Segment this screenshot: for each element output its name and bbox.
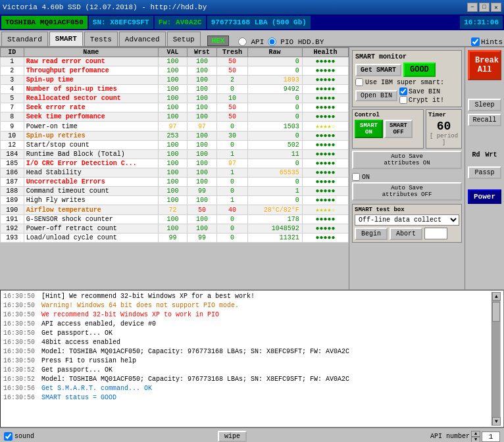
cell-health: ●●●●● <box>302 196 348 205</box>
cell-health: ●●●●● <box>302 168 348 178</box>
cell-tresh: 50 <box>216 112 247 122</box>
cell-id: 2 <box>1 66 24 76</box>
table-row[interactable]: 189 High Fly writes 100 100 1 0 ●●●●● <box>1 196 349 205</box>
begin-button[interactable]: Begin <box>355 228 388 240</box>
cell-raw: 1503 <box>248 122 303 132</box>
cell-val: 72 <box>158 205 188 215</box>
autosave-off-button[interactable]: Auto Saveattributes OFF <box>352 182 462 201</box>
tab-advanced[interactable]: Advanced <box>119 32 166 46</box>
wipe-button[interactable]: wipe <box>218 431 247 442</box>
cell-id: 1 <box>1 57 24 66</box>
test-dropdown[interactable]: Off-line data collect <box>355 214 459 226</box>
smart-on-button[interactable]: SMARTON <box>355 120 383 138</box>
sleep-button[interactable]: Sleep <box>468 99 501 111</box>
log-scroll-thumb[interactable] <box>492 302 500 322</box>
break-all-button[interactable]: BreakAll <box>468 50 501 80</box>
on-label: ON <box>362 174 370 181</box>
good-button[interactable]: GOOD <box>403 62 436 77</box>
lba-label: 976773168 LBA (500 Gb) <box>207 16 311 29</box>
smart-off-button[interactable]: SMARTOFF <box>384 120 413 138</box>
hex-button[interactable]: HEX <box>207 36 230 46</box>
table-row[interactable]: 193 Load/unload cycle count 99 99 0 1132… <box>1 233 349 243</box>
sound-label: sound <box>14 433 34 440</box>
tabbar: Standard SMART Tests Advanced Setup HEX … <box>0 30 504 47</box>
cell-tresh: 0 <box>216 122 247 132</box>
cell-raw: 28°C/82°F <box>248 205 303 215</box>
table-row[interactable]: 190 Airflow temperature 72 50 40 28°C/82… <box>1 205 349 215</box>
cell-val: 100 <box>158 112 188 122</box>
cell-health: ●●●●● <box>302 150 348 159</box>
cell-raw: 0 <box>248 178 303 187</box>
table-row[interactable]: 191 G-SENSOR shock counter 100 100 0 178… <box>1 215 349 224</box>
open-bin-button[interactable]: Open BIN <box>355 90 397 101</box>
cell-tresh: 0 <box>216 178 247 187</box>
log-time: 16:30:50 <box>3 347 38 356</box>
table-row[interactable]: 186 Head Stability 100 100 1 65535 ●●●●● <box>1 168 349 178</box>
table-row[interactable]: 188 Command timeout count 100 99 0 1 ●●●… <box>1 187 349 196</box>
save-bin-checkbox[interactable] <box>399 87 407 95</box>
cell-raw: 178 <box>248 215 303 224</box>
table-row[interactable]: 184 Runtime Bad Block (Total) 100 100 1 … <box>1 150 349 159</box>
cell-val: 100 <box>158 141 188 150</box>
hints-checkbox[interactable] <box>471 37 480 46</box>
control-timer-row: Control SMARTON SMARTOFF Timer 60 [ peri… <box>352 109 462 149</box>
log-scroll-track[interactable] <box>492 301 500 417</box>
cell-raw: 0 <box>248 112 303 122</box>
table-row[interactable]: 1 Raw read error count 100 100 50 0 ●●●●… <box>1 57 349 66</box>
minimize-button[interactable]: − <box>467 3 478 12</box>
cell-val: 100 <box>158 76 188 85</box>
hints-area: Hints <box>471 37 503 46</box>
col-header-name: Name <box>24 48 158 57</box>
table-row[interactable]: 5 Reallocated sector count 100 100 10 0 … <box>1 94 349 103</box>
table-scroll-wrapper[interactable]: ID Name VAL Wrst Tresh Raw Health 1 Raw … <box>0 47 349 289</box>
recall-button[interactable]: Recall <box>468 114 501 126</box>
cell-name: High Fly writes <box>24 196 158 205</box>
close-button[interactable]: ✕ <box>491 3 501 12</box>
log-scroll-down[interactable]: ▼ <box>492 417 501 426</box>
maximize-button[interactable]: □ <box>479 3 490 12</box>
power-button[interactable]: Power <box>468 189 501 204</box>
tab-setup[interactable]: Setup <box>167 32 201 46</box>
passp-button[interactable]: Passp <box>468 166 501 179</box>
table-row[interactable]: 3 Spin-up time 100 100 2 1893 ●●●●● <box>1 76 349 85</box>
api-spin-down[interactable]: ▼ <box>471 437 480 443</box>
tab-standard[interactable]: Standard <box>1 32 48 46</box>
cell-id: 191 <box>1 215 24 224</box>
autosave-on-button[interactable]: Auto Saveattributes ON <box>352 151 462 169</box>
table-row[interactable]: 4 Number of spin-up times 100 100 0 9492… <box>1 85 349 94</box>
cell-wrst: 50 <box>188 205 217 215</box>
table-row[interactable]: 8 Seek time perfomance 100 100 50 0 ●●●●… <box>1 112 349 122</box>
cell-tresh: 0 <box>216 85 247 94</box>
log-scroll-up[interactable]: ▲ <box>492 292 501 301</box>
sound-checkbox[interactable] <box>4 432 13 441</box>
test-progress-field[interactable] <box>424 228 447 239</box>
log-time: 16:30:52 <box>3 375 38 384</box>
table-row[interactable]: 10 Spin-up retries 253 100 30 0 ●●●●● <box>1 132 349 141</box>
crypt-it-checkbox[interactable] <box>399 96 407 104</box>
abort-button[interactable]: Abort <box>390 228 422 240</box>
ibm-checkbox[interactable] <box>355 78 363 86</box>
tab-smart[interactable]: SMART <box>49 32 83 46</box>
table-row[interactable]: 192 Power-off retract count 100 100 0 10… <box>1 224 349 233</box>
on-checkbox[interactable] <box>352 173 360 181</box>
fw-label: Fw: AV0A2C <box>155 16 206 29</box>
api-radio[interactable] <box>238 37 247 46</box>
table-row[interactable]: 2 Throughput perfomance 100 100 50 0 ●●●… <box>1 66 349 76</box>
pio-radio[interactable] <box>268 37 276 46</box>
table-row[interactable]: 9 Power-on time 97 97 0 1503 ★★★★☆ <box>1 122 349 132</box>
log-line: 16:30:52Model: TOSHIBA MQ01ACF050; Capac… <box>3 375 491 384</box>
table-row[interactable]: 187 Uncorrectable Errors 100 100 0 0 ●●●… <box>1 178 349 187</box>
cell-id: 12 <box>1 141 24 150</box>
table-row[interactable]: 185 I/O CRC Error Detection C... 100 100… <box>1 159 349 168</box>
api-spin-up[interactable]: ▲ <box>471 431 480 437</box>
crypt-it-label: Crypt it! <box>409 97 444 104</box>
table-row[interactable]: 7 Seek error rate 100 100 50 0 ●●●●● <box>1 103 349 112</box>
get-smart-button[interactable]: Get SMART <box>355 64 401 76</box>
tab-tests[interactable]: Tests <box>84 32 118 46</box>
cell-wrst: 99 <box>188 233 217 243</box>
cell-raw: 0 <box>248 196 303 205</box>
cell-val: 100 <box>158 85 188 94</box>
cell-wrst: 100 <box>188 159 217 168</box>
table-row[interactable]: 12 Start/stop count 100 100 0 502 ●●●●● <box>1 141 349 150</box>
log-scrollbar[interactable]: ▲ ▼ <box>491 292 501 426</box>
